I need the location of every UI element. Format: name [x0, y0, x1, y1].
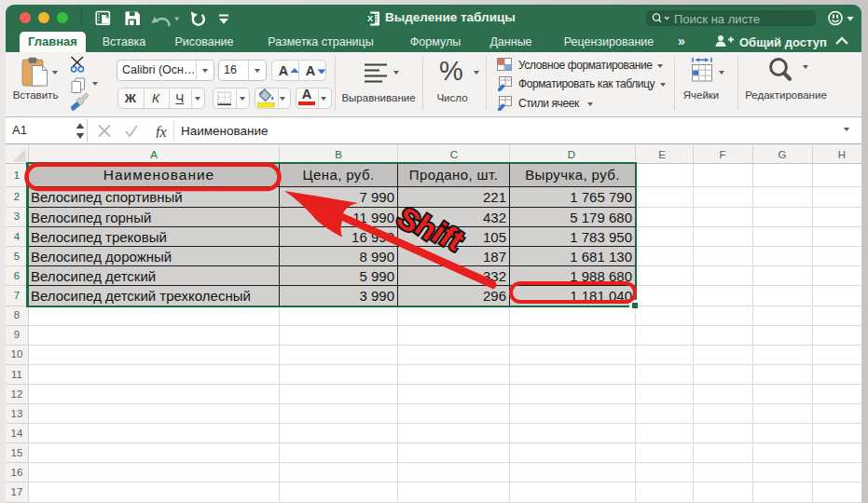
svg-text:Shift: Shift [389, 197, 471, 261]
